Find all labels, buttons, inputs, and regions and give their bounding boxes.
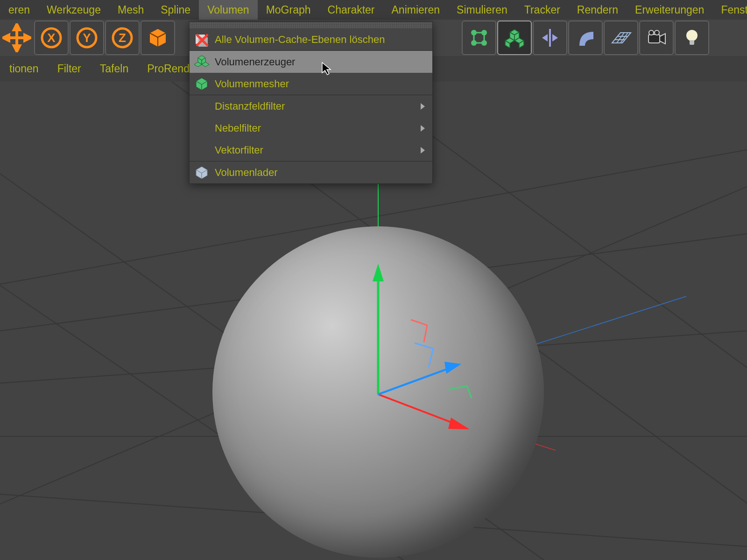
light-button[interactable] xyxy=(675,21,709,55)
svg-marker-80 xyxy=(322,63,331,75)
move-tool-button[interactable] xyxy=(0,21,33,54)
sphere-object[interactable] xyxy=(212,226,544,558)
svg-text:Z: Z xyxy=(119,31,126,45)
mouse-cursor-icon xyxy=(321,62,332,76)
menu-item-volumenmesher[interactable]: Volumenmesher xyxy=(190,73,432,95)
svg-marker-3 xyxy=(14,46,20,51)
menu-item-distanzfeldfilter[interactable]: Distanzfeldfilter xyxy=(190,95,432,117)
axis-y-icon: Y xyxy=(76,27,98,49)
submenu-arrow-icon xyxy=(421,103,425,110)
menu-item-label: Volumenlader xyxy=(215,167,278,179)
axis-x-button[interactable]: X xyxy=(34,21,69,55)
axis-z-icon: Z xyxy=(112,27,133,49)
submenu-arrow-icon xyxy=(421,125,425,132)
menu-item-volumen[interactable]: Volumen xyxy=(199,0,258,20)
menu-item[interactable]: Werkzeuge xyxy=(38,0,109,20)
cube-small-icon xyxy=(147,27,169,49)
blank-icon xyxy=(192,141,211,160)
svg-text:Y: Y xyxy=(83,31,91,45)
svg-marker-5 xyxy=(25,35,30,41)
menu-item[interactable]: eren xyxy=(0,0,38,20)
menu-item[interactable]: Mesh xyxy=(109,0,152,20)
submenu-arrow-icon xyxy=(421,147,425,154)
menu-item[interactable]: Spline xyxy=(152,0,199,20)
svg-point-44 xyxy=(686,30,698,41)
grid-plane-icon xyxy=(610,27,632,49)
mirror-icon xyxy=(539,27,561,49)
menu-item-volumenerzeuger[interactable]: Volumenerzeuger xyxy=(190,51,432,73)
svg-rect-45 xyxy=(690,40,694,45)
menu-item[interactable]: Animieren xyxy=(383,0,449,20)
bend-icon xyxy=(575,27,596,49)
svg-marker-43 xyxy=(660,34,665,44)
menubar: eren Werkzeuge Mesh Spline Volumen MoGra… xyxy=(0,0,747,20)
camera-button[interactable] xyxy=(639,21,674,55)
svg-marker-4 xyxy=(3,35,9,41)
menu-item-label: Vektorfilter xyxy=(215,144,263,156)
menu-item-nebelfilter[interactable]: Nebelfilter xyxy=(190,117,432,139)
menu-item-label: Volumenmesher xyxy=(215,78,289,90)
menu-item-vektorfilter[interactable]: Vektorfilter xyxy=(190,139,432,161)
svg-point-42 xyxy=(655,30,659,35)
svg-marker-2 xyxy=(14,24,20,30)
svg-marker-33 xyxy=(542,34,548,42)
lightbulb-icon xyxy=(681,27,703,49)
blank-icon xyxy=(192,119,211,138)
symmetry-button[interactable] xyxy=(533,21,567,55)
volume-loader-icon xyxy=(192,163,211,182)
svg-text:X: X xyxy=(47,31,56,45)
menu-item-volumenlader[interactable]: Volumenlader xyxy=(190,161,432,183)
menu-item[interactable]: Charakter xyxy=(319,0,383,20)
coord-system-button[interactable] xyxy=(141,21,175,55)
bend-button[interactable] xyxy=(568,21,603,55)
floor-button[interactable] xyxy=(604,21,638,55)
menu-grip[interactable] xyxy=(190,22,432,28)
array-icon xyxy=(468,27,490,49)
menu-item-delete-cache[interactable]: Alle Volumen-Cache-Ebenen löschen xyxy=(190,28,432,50)
menu-item[interactable]: Rendern xyxy=(569,0,627,20)
svg-point-41 xyxy=(649,30,654,35)
menu-item[interactable]: Simulieren xyxy=(448,0,516,20)
menu-item[interactable]: Erweiterungen xyxy=(627,0,712,20)
subtab-item[interactable]: Filter xyxy=(48,56,91,82)
menu-item-label: Volumenerzeuger xyxy=(215,56,295,68)
axis-x-icon: X xyxy=(41,27,62,49)
menu-item[interactable]: MoGraph xyxy=(258,0,319,20)
volume-builder-icon xyxy=(192,53,211,71)
menu-item-label: Distanzfeldfilter xyxy=(215,100,285,112)
axis-y-button[interactable]: Y xyxy=(70,21,104,55)
camera-icon xyxy=(646,27,667,49)
subtab-item[interactable]: tionen xyxy=(0,56,48,82)
volume-mesher-icon xyxy=(192,75,211,93)
blank-icon xyxy=(192,97,211,116)
move-icon xyxy=(2,23,31,52)
menu-item[interactable]: Fenst xyxy=(712,0,747,20)
delete-layers-icon xyxy=(192,30,211,49)
cubes-icon xyxy=(504,27,525,49)
svg-rect-40 xyxy=(648,35,660,43)
volumen-dropdown: Alle Volumen-Cache-Ebenen löschen Volume… xyxy=(189,21,433,184)
menu-item[interactable]: Tracker xyxy=(516,0,569,20)
array-button[interactable] xyxy=(462,21,496,55)
menu-item-label: Nebelfilter xyxy=(215,122,261,134)
menu-item-label: Alle Volumen-Cache-Ebenen löschen xyxy=(215,34,385,46)
svg-marker-34 xyxy=(552,34,558,42)
volume-builder-button[interactable] xyxy=(497,21,532,55)
subtab-item[interactable]: Tafeln xyxy=(91,56,138,82)
axis-z-button[interactable]: Z xyxy=(105,21,140,55)
